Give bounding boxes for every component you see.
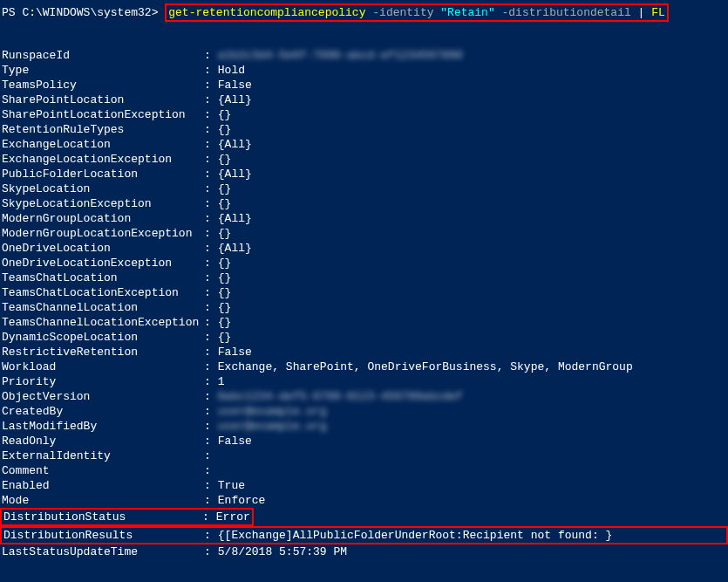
output-row-type: Type:Hold bbox=[2, 63, 726, 78]
property-key: DistributionStatus bbox=[3, 510, 202, 524]
property-key: TeamsChannelLocation bbox=[2, 300, 204, 315]
property-value: {} bbox=[218, 122, 232, 137]
output-row-workload: Workload:Exchange, SharePoint, OneDriveF… bbox=[2, 359, 726, 374]
property-value: {All} bbox=[218, 241, 252, 256]
property-key: OneDriveLocation bbox=[2, 241, 204, 256]
output-row-sharepointlocation: SharePointLocation:{All} bbox=[2, 92, 726, 107]
property-value: False bbox=[218, 345, 252, 359]
format-list: FL bbox=[651, 6, 665, 19]
property-value: True bbox=[218, 478, 245, 493]
property-value: {} bbox=[218, 181, 232, 196]
property-key: PublicFolderLocation bbox=[2, 167, 204, 181]
property-value: False bbox=[218, 434, 252, 448]
output-row-runspaceid: RunspaceId:a1b2c3d4-5e6f-7890-abcd-ef123… bbox=[2, 48, 726, 63]
output-row-comment: Comment: bbox=[2, 463, 726, 478]
output-row-distributionstatus: DistributionStatus:Error bbox=[2, 508, 726, 526]
output-row-exchangelocationexception: ExchangeLocationException:{} bbox=[2, 152, 726, 167]
property-key: Mode bbox=[2, 493, 204, 508]
property-value: {} bbox=[218, 152, 232, 167]
property-value: Error bbox=[216, 510, 250, 524]
output-row-laststatusupdatetime: LastStatusUpdateTime:5/8/2018 5:57:39 PM bbox=[2, 544, 726, 559]
output-row-teamschatlocationexception: TeamsChatLocationException:{} bbox=[2, 285, 726, 300]
output-row-retentionruletypes: RetentionRuleTypes:{} bbox=[2, 122, 726, 137]
output-row-moderngrouplocation: ModernGroupLocation:{All} bbox=[2, 211, 726, 226]
property-key: ModernGroupLocation bbox=[2, 211, 204, 226]
property-value: {All} bbox=[218, 211, 252, 226]
command-output: RunspaceId:a1b2c3d4-5e6f-7890-abcd-ef123… bbox=[2, 48, 726, 559]
output-row-priority: Priority:1 bbox=[2, 374, 726, 389]
command-line[interactable]: PS C:\WINDOWS\system32> get-retentioncom… bbox=[2, 3, 669, 22]
param-identity-value: "Retain" bbox=[434, 6, 495, 19]
property-value: {} bbox=[218, 256, 232, 270]
property-key: CreatedBy bbox=[2, 404, 204, 419]
property-key: Priority bbox=[2, 374, 204, 389]
output-row-teamschatlocation: TeamsChatLocation:{} bbox=[2, 270, 726, 285]
cmdlet-name: get-retentioncompliancepolicy bbox=[168, 6, 365, 19]
property-value: False bbox=[218, 78, 252, 92]
property-key: TeamsChannelLocationException bbox=[2, 315, 204, 330]
property-value: 1 bbox=[218, 374, 225, 389]
command-highlight: get-retentioncompliancepolicy -identity … bbox=[165, 3, 669, 22]
property-key: DynamicScopeLocation bbox=[2, 330, 204, 345]
property-key: TeamsChatLocation bbox=[2, 270, 204, 285]
property-key: TeamsChatLocationException bbox=[2, 285, 204, 300]
property-value: {[Exchange]AllPublicFolderUnderRoot:Reci… bbox=[218, 528, 612, 543]
property-value: {} bbox=[218, 196, 232, 211]
pipe-operator: | bbox=[631, 6, 651, 19]
property-value: {} bbox=[218, 330, 232, 345]
output-row-mode: Mode:Enforce bbox=[2, 493, 726, 508]
property-value: 5/8/2018 5:57:39 PM bbox=[218, 544, 347, 559]
property-value: {} bbox=[218, 107, 232, 122]
property-value: {All} bbox=[218, 137, 252, 152]
property-value: user@example.org bbox=[218, 419, 327, 434]
output-row-onedrivelocationexception: OneDriveLocationException:{} bbox=[2, 256, 726, 270]
property-value: user@example.org bbox=[218, 404, 327, 419]
param-distributiondetail: -distributiondetail bbox=[495, 6, 631, 19]
property-key: SkypeLocationException bbox=[2, 196, 204, 211]
property-key: RetentionRuleTypes bbox=[2, 122, 204, 137]
property-key: Type bbox=[2, 63, 204, 78]
property-key: ObjectVersion bbox=[2, 389, 204, 404]
property-key: LastModifiedBy bbox=[2, 419, 204, 434]
output-row-teamspolicy: TeamsPolicy:False bbox=[2, 78, 726, 92]
ps-prompt: PS C:\WINDOWS\system32> bbox=[2, 6, 165, 19]
output-row-sharepointlocationexception: SharePointLocationException:{} bbox=[2, 107, 726, 122]
property-key: ExternalIdentity bbox=[2, 448, 204, 463]
property-key: OneDriveLocationException bbox=[2, 256, 204, 270]
output-row-restrictiveretention: RestrictiveRetention:False bbox=[2, 345, 726, 359]
property-value: {} bbox=[218, 285, 232, 300]
property-value: {} bbox=[218, 300, 232, 315]
property-value: {} bbox=[218, 226, 232, 241]
property-value: {All} bbox=[218, 167, 252, 181]
property-key: SharePointLocationException bbox=[2, 107, 204, 122]
output-row-publicfolderlocation: PublicFolderLocation:{All} bbox=[2, 167, 726, 181]
output-row-onedrivelocation: OneDriveLocation:{All} bbox=[2, 241, 726, 256]
property-value: Enforce bbox=[218, 493, 266, 508]
output-row-dynamicscopelocation: DynamicScopeLocation:{} bbox=[2, 330, 726, 345]
output-row-moderngrouplocationexception: ModernGroupLocationException:{} bbox=[2, 226, 726, 241]
property-value: a1b2c3d4-5e6f-7890-abcd-ef1234567890 bbox=[218, 48, 463, 63]
output-row-skypelocation: SkypeLocation:{} bbox=[2, 181, 726, 196]
output-row-externalidentity: ExternalIdentity: bbox=[2, 448, 726, 463]
property-value: {All} bbox=[218, 92, 252, 107]
property-key: Enabled bbox=[2, 478, 204, 493]
output-row-teamschannellocationexception: TeamsChannelLocationException:{} bbox=[2, 315, 726, 330]
property-value: 0abc1234-def5-6789-0123-456789abcdef bbox=[218, 389, 463, 404]
output-row-readonly: ReadOnly:False bbox=[2, 434, 726, 448]
output-row-objectversion: ObjectVersion:0abc1234-def5-6789-0123-45… bbox=[2, 389, 726, 404]
property-value: {} bbox=[218, 315, 232, 330]
output-row-createdby: CreatedBy:user@example.org bbox=[2, 404, 726, 419]
property-value: Hold bbox=[218, 63, 245, 78]
output-row-exchangelocation: ExchangeLocation:{All} bbox=[2, 137, 726, 152]
output-row-skypelocationexception: SkypeLocationException:{} bbox=[2, 196, 726, 211]
property-key: Workload bbox=[2, 359, 204, 374]
property-value: {} bbox=[218, 270, 232, 285]
output-row-enabled: Enabled:True bbox=[2, 478, 726, 493]
property-key: ReadOnly bbox=[2, 434, 204, 448]
property-key: DistributionResults bbox=[2, 528, 204, 543]
property-key: RestrictiveRetention bbox=[2, 345, 204, 359]
property-key: Comment bbox=[2, 463, 204, 478]
param-identity: -identity bbox=[365, 6, 433, 19]
output-row-distributionresults: DistributionResults:{[Exchange]AllPublic… bbox=[0, 526, 728, 544]
property-key: RunspaceId bbox=[2, 48, 204, 63]
